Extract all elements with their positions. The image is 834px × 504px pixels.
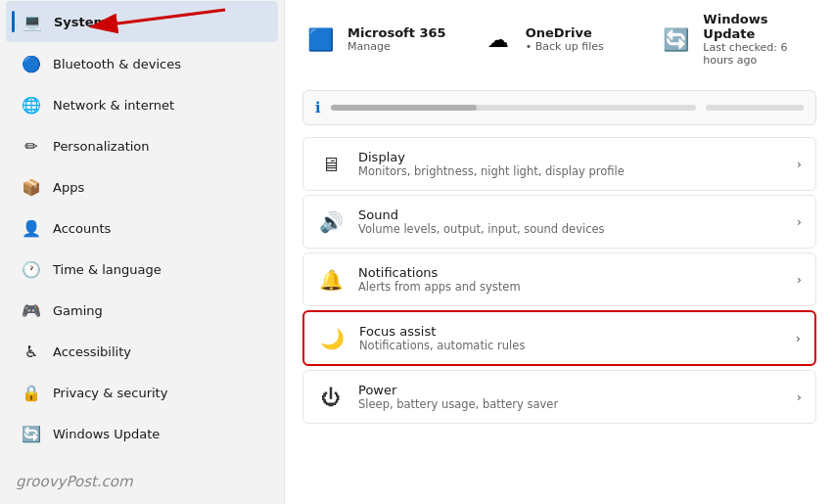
display-title: Display — [358, 150, 783, 164]
sidebar-item-label: Network & internet — [53, 98, 174, 113]
power-icon: ⏻ — [317, 384, 345, 411]
display-subtitle: Monitors, brightness, night light, displ… — [358, 164, 783, 178]
progress-bar — [331, 105, 696, 111]
gaming-icon: 🎮 — [22, 300, 41, 320]
sidebar-item-label: Windows Update — [53, 427, 160, 441]
windowsupdate-title: Windows Update — [703, 12, 816, 41]
time-icon: 🕐 — [22, 259, 41, 279]
sidebar-item-label: Bluetooth & devices — [53, 57, 181, 71]
sidebar-item-label: Accessibility — [53, 344, 131, 359]
sidebar-item-accounts[interactable]: 👤Accounts — [6, 208, 278, 248]
active-indicator — [12, 11, 15, 32]
settings-list: 🖥DisplayMonitors, brightness, night ligh… — [302, 137, 816, 424]
notifications-title: Notifications — [358, 265, 783, 280]
sidebar: 💻System🔵Bluetooth & devices🌐Network & in… — [0, 0, 284, 504]
sidebar-item-label: Gaming — [53, 303, 103, 318]
sound-subtitle: Volume levels, output, input, sound devi… — [358, 222, 783, 236]
notifications-subtitle: Alerts from apps and system — [358, 280, 783, 294]
power-subtitle: Sleep, battery usage, battery saver — [358, 397, 783, 411]
settings-row-display[interactable]: 🖥DisplayMonitors, brightness, night ligh… — [302, 137, 816, 191]
windows-update-icon: 🔄 — [22, 424, 41, 443]
sidebar-item-network[interactable]: 🌐Network & internet — [6, 85, 278, 124]
quick-links: 🟦Microsoft 365Manage☁️OneDrive• Back up … — [302, 12, 816, 76]
sidebar-item-label: Time & language — [53, 262, 162, 277]
sidebar-item-gaming[interactable]: 🎮Gaming — [6, 291, 278, 330]
microsoft365-icon: 🟦 — [302, 22, 338, 57]
bluetooth-icon: 🔵 — [22, 54, 41, 73]
settings-row-power[interactable]: ⏻PowerSleep, battery usage, battery save… — [302, 370, 816, 424]
sidebar-item-accessibility[interactable]: ♿Accessibility — [6, 332, 278, 371]
onedrive-subtitle: • Back up files — [526, 40, 604, 53]
privacy-icon: 🔒 — [22, 383, 41, 402]
quick-link-onedrive[interactable]: ☁️OneDrive• Back up files — [481, 12, 639, 67]
sidebar-item-personalization[interactable]: ✏️Personalization — [6, 126, 278, 165]
settings-row-notifications[interactable]: 🔔NotificationsAlerts from apps and syste… — [302, 252, 816, 306]
main-content: 🟦Microsoft 365Manage☁️OneDrive• Back up … — [284, 0, 834, 504]
sidebar-item-apps[interactable]: 📦Apps — [6, 167, 278, 206]
info-bar: ℹ — [302, 90, 816, 125]
progress-bar-right — [706, 105, 804, 111]
apps-icon: 📦 — [22, 177, 41, 197]
quick-link-microsoft365[interactable]: 🟦Microsoft 365Manage — [302, 12, 461, 67]
microsoft365-subtitle: Manage — [348, 40, 446, 53]
focus-assist-subtitle: Notifications, automatic rules — [359, 339, 782, 352]
quick-link-windowsupdate[interactable]: 🔄Windows UpdateLast checked: 6 hours ago — [658, 12, 816, 67]
focus-assist-title: Focus assist — [359, 324, 782, 339]
onedrive-title: OneDrive — [526, 25, 604, 40]
sound-icon: 🔊 — [317, 208, 345, 236]
info-icon: ℹ — [315, 99, 321, 116]
sidebar-item-system[interactable]: 💻System — [6, 1, 278, 42]
sidebar-item-label: Privacy & security — [53, 386, 167, 400]
focus-assist-chevron: › — [796, 331, 801, 345]
sidebar-item-privacy[interactable]: 🔒Privacy & security — [6, 373, 278, 412]
onedrive-icon: ☁️ — [481, 22, 516, 57]
progress-bar-fill — [331, 105, 477, 111]
accounts-icon: 👤 — [22, 218, 41, 238]
power-chevron: › — [797, 389, 802, 404]
notifications-chevron: › — [797, 272, 802, 287]
personalization-icon: ✏️ — [22, 136, 41, 156]
settings-row-sound[interactable]: 🔊SoundVolume levels, output, input, soun… — [302, 195, 816, 249]
sidebar-item-bluetooth[interactable]: 🔵Bluetooth & devices — [6, 44, 278, 83]
sidebar-item-time[interactable]: 🕐Time & language — [6, 250, 278, 289]
system-icon: 💻 — [23, 12, 42, 31]
display-chevron: › — [797, 157, 802, 171]
watermark: groovyPost.com — [0, 459, 284, 504]
accessibility-icon: ♿ — [22, 342, 41, 361]
notifications-icon: 🔔 — [317, 266, 345, 294]
sound-title: Sound — [358, 207, 783, 222]
network-icon: 🌐 — [22, 95, 41, 115]
sidebar-item-label: System — [54, 15, 107, 29]
sound-chevron: › — [797, 214, 802, 229]
sidebar-item-label: Accounts — [53, 221, 111, 236]
power-title: Power — [358, 383, 783, 397]
sidebar-item-label: Apps — [53, 180, 84, 195]
windowsupdate-subtitle: Last checked: 6 hours ago — [703, 41, 816, 67]
sidebar-item-label: Personalization — [53, 139, 150, 154]
sidebar-item-windows-update[interactable]: 🔄Windows Update — [6, 414, 278, 453]
settings-row-focus-assist[interactable]: 🌙Focus assistNotifications, automatic ru… — [302, 310, 816, 366]
display-icon: 🖥 — [317, 151, 345, 178]
windowsupdate-icon: 🔄 — [658, 22, 693, 57]
focus-assist-icon: 🌙 — [318, 325, 346, 352]
microsoft365-title: Microsoft 365 — [348, 25, 446, 40]
